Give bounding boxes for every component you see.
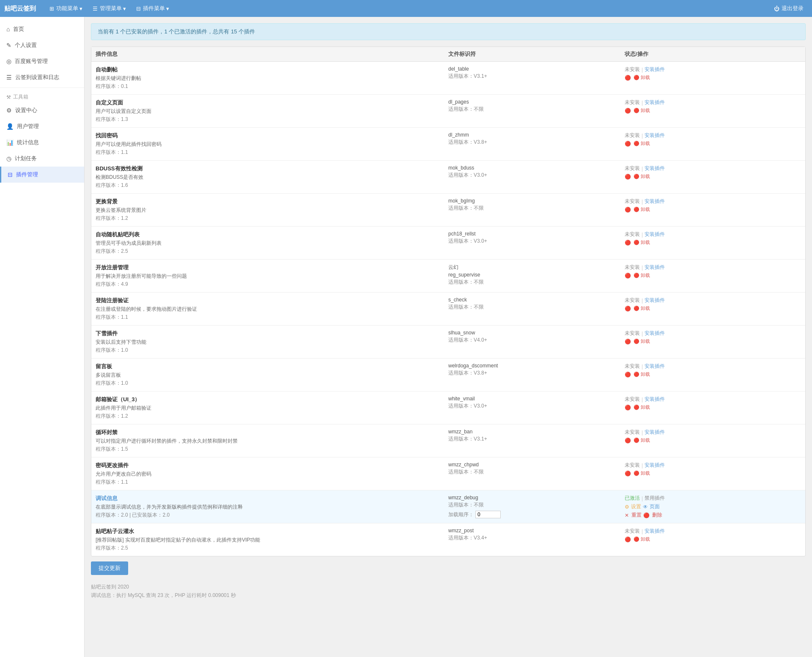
unload-link[interactable]: 卸载: [634, 536, 650, 542]
logout-button[interactable]: ⏻ 退出登录: [770, 5, 808, 12]
status-uninstalled: 未安装: [625, 297, 640, 304]
nav-manage[interactable]: ☰ 管理菜单 ▾: [88, 0, 131, 17]
install-link[interactable]: 安装插件: [645, 330, 665, 337]
unload-link[interactable]: 卸载: [634, 338, 650, 345]
plugin-file: white_vmail: [448, 396, 625, 402]
unload-line: 🔴 卸载: [625, 107, 801, 114]
install-link[interactable]: 安装插件: [645, 396, 665, 403]
plugin-compat: 适用版本：V3.4+: [448, 534, 625, 542]
sidebar-label-tasks: 计划任务: [15, 155, 37, 162]
sidebar-item-baidu[interactable]: ◎ 百度账号管理: [0, 53, 84, 69]
eye-icon: 👁: [643, 504, 648, 510]
plugin-compat: 适用版本：V3.0+: [448, 238, 625, 245]
sidebar-label-plugins: 插件管理: [16, 171, 38, 178]
unload-link[interactable]: 卸载: [634, 173, 650, 180]
plugin-file: wmzz_post: [448, 528, 625, 534]
sidebar-item-log[interactable]: ☰ 云签到设置和日志: [0, 69, 84, 85]
plugin-version: 程序版本：0.1: [96, 83, 448, 90]
plugin-file: wmzz_ban: [448, 429, 625, 435]
unload-link[interactable]: 卸载: [634, 107, 650, 114]
install-link[interactable]: 安装插件: [645, 528, 665, 535]
install-link[interactable]: 安装插件: [645, 429, 665, 436]
install-link[interactable]: 安装插件: [645, 462, 665, 469]
install-link[interactable]: 安装插件: [645, 66, 665, 73]
action-line: 未安装 | 安装插件: [625, 132, 801, 139]
unload-line: 🔴 卸载: [625, 338, 801, 345]
unload-link[interactable]: 卸载: [634, 470, 650, 476]
status-uninstalled: 未安装: [625, 99, 640, 106]
del-link[interactable]: 删除: [652, 512, 662, 519]
unload-line: 🔴 卸载: [625, 437, 801, 443]
plugin-file: welrdoga_dscomment: [448, 363, 625, 369]
plugin-name: 留言板: [96, 363, 448, 370]
sidebar-item-personal[interactable]: ✎ 个人设置: [0, 37, 84, 53]
plugin-file: del_table: [448, 66, 625, 72]
sidebar-item-home[interactable]: ⌂ 首页: [0, 21, 84, 37]
plugin-version: 程序版本：1.1: [96, 314, 448, 321]
priority-input[interactable]: [475, 511, 501, 518]
red-icon: 🔴: [625, 108, 631, 114]
sidebar-item-plugins[interactable]: ⊟ 插件管理: [0, 167, 84, 183]
install-link[interactable]: 安装插件: [645, 231, 665, 238]
plugin-compat: 适用版本：V3.1+: [448, 435, 625, 443]
submit-button[interactable]: 提交更新: [91, 561, 128, 575]
sidebar-label-stats: 统计信息: [17, 139, 39, 146]
sidebar-item-stats[interactable]: 📊 统计信息: [0, 134, 84, 151]
priority-row: 加载顺序：: [448, 511, 625, 518]
red-icon: 🔴: [625, 240, 631, 246]
plugin-name: 自动删帖: [96, 66, 448, 74]
plugin-desc: 可以对指定用户进行循环封禁的插件，支持永久封禁和限时封禁: [96, 438, 448, 445]
page-link[interactable]: 页面: [650, 503, 660, 510]
unload-link[interactable]: 卸载: [634, 404, 650, 411]
unload-link[interactable]: 卸载: [634, 206, 650, 213]
table-header: 插件信息 文件标识符 状态/操作: [91, 47, 805, 62]
install-link[interactable]: 安装插件: [645, 198, 665, 205]
status-uninstalled: 未安装: [625, 462, 640, 469]
nav-func[interactable]: ⊞ 功能菜单 ▾: [44, 0, 88, 17]
status-activated: 已激活: [625, 495, 640, 502]
info-banner-text: 当前有 1 个已安装的插件，1 个已激活的插件，总共有 15 个插件: [98, 28, 255, 35]
plugin-compat: 适用版本：不限: [448, 501, 625, 509]
install-link[interactable]: 安装插件: [645, 165, 665, 172]
plugin-version: 程序版本：1.2: [96, 215, 448, 222]
unload-line: 🔴 卸载: [625, 371, 801, 378]
personal-icon: ✎: [6, 42, 11, 49]
unload-link[interactable]: 卸载: [634, 140, 650, 147]
plugin-compat: 适用版本：V3.8+: [448, 139, 625, 146]
sidebar-item-tasks[interactable]: ◷ 计划任务: [0, 151, 84, 167]
logout-icon: ⏻: [774, 5, 779, 12]
top-navigation: 贴吧云签到 ⊞ 功能菜单 ▾ ☰ 管理菜单 ▾ ⊟ 插件菜单 ▾ ⏻ 退出登录: [0, 0, 812, 17]
plugin-version: 程序版本：2.5: [96, 545, 448, 552]
reset-link[interactable]: 重置: [631, 512, 642, 519]
plugin-version: 程序版本：1.2: [96, 413, 448, 420]
unload-link[interactable]: 卸载: [634, 272, 650, 279]
red-icon: 🔴: [625, 174, 631, 180]
action-line: 未安装 | 安装插件: [625, 198, 801, 205]
table-row: 开放注册管理 用于解决开放注册所可能导致的一些问题 程序版本：4.9 云幻 re…: [91, 260, 805, 293]
unload-link[interactable]: 卸载: [634, 239, 650, 246]
sidebar-item-settings[interactable]: ⚙ 设置中心: [0, 102, 84, 118]
install-link[interactable]: 安装插件: [645, 297, 665, 304]
disable-link[interactable]: 禁用插件: [645, 495, 665, 502]
sidebar-item-users[interactable]: 👤 用户管理: [0, 118, 84, 134]
plugin-name: 找回密码: [96, 132, 448, 140]
plugin-file: wmzz_debug: [448, 495, 625, 501]
settings-icon-small: ⚙: [625, 504, 629, 510]
nav-plugin[interactable]: ⊟ 插件菜单 ▾: [131, 0, 174, 17]
install-link[interactable]: 安装插件: [645, 99, 665, 106]
settings-link[interactable]: 设置: [631, 503, 641, 510]
install-link[interactable]: 安装插件: [645, 363, 665, 370]
table-row: 自定义页面 用户可以设置自定义页面 程序版本：1.3 dl_pages 适用版本…: [91, 95, 805, 128]
install-link[interactable]: 安装插件: [645, 264, 665, 271]
plugin-compat: 适用版本：不限: [448, 304, 625, 311]
priority-label: 加载顺序：: [448, 511, 474, 518]
plugin-file: pch18_rellst: [448, 231, 625, 237]
plugin-version: 程序版本：1.6: [96, 182, 448, 189]
plugin-name: 更换背景: [96, 198, 448, 205]
install-link[interactable]: 安装插件: [645, 132, 665, 139]
unload-link[interactable]: 卸载: [634, 371, 650, 378]
unload-link[interactable]: 卸载: [634, 74, 650, 81]
table-row: 调试信息 在底部显示调试信息，并为开发新版构插件提供范例和详细的注释 程序版本：…: [91, 490, 805, 523]
unload-link[interactable]: 卸载: [634, 305, 650, 312]
unload-link[interactable]: 卸载: [634, 437, 650, 443]
